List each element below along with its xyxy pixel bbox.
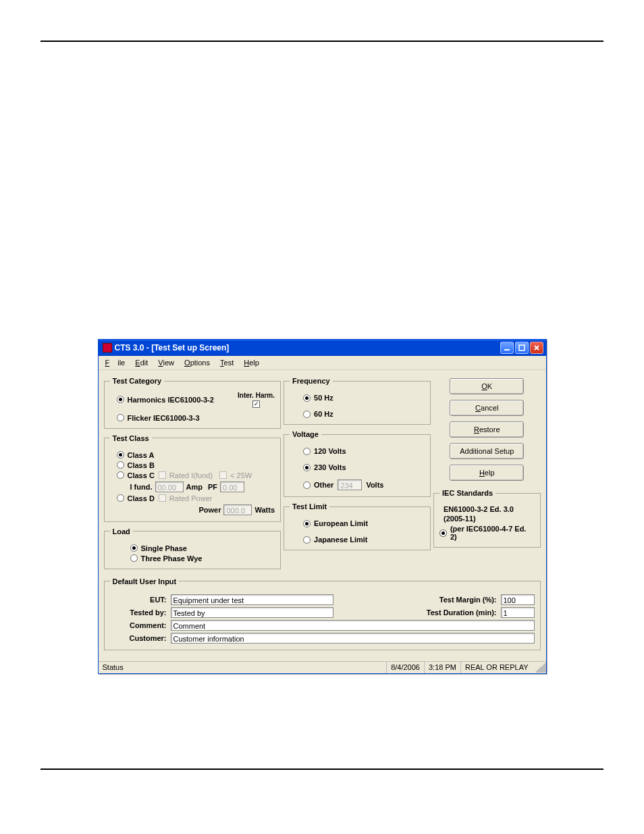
group-test-class: Test Class Class A Class B Class C Rated…: [104, 434, 281, 522]
radio-class-b[interactable]: Class B: [117, 461, 275, 469]
radio-class-d[interactable]: Class D Rated Power: [117, 494, 275, 502]
input-duration[interactable]: 1: [501, 607, 535, 618]
group-iec-standards: IEC Standards EN61000-3-2 Ed. 3.0 (2005-…: [433, 489, 541, 548]
radio-harmonics[interactable]: Harmonics IEC61000-3-2: [117, 396, 214, 404]
radio-230v[interactable]: 230 Volts: [303, 463, 425, 471]
titlebar: CTS 3.0 - [Test Set up Screen]: [99, 340, 546, 356]
group-load: Load Single Phase Three Phase Wye: [104, 527, 281, 569]
cancel-button[interactable]: Cancel: [450, 400, 524, 416]
label-pf: PF: [208, 483, 217, 491]
bottom-rule: [41, 768, 603, 770]
legend-frequency: Frequency: [290, 377, 333, 385]
label-ifund: I fund.: [130, 483, 153, 491]
input-tested-by[interactable]: Tested by: [171, 607, 334, 618]
iec-line1: EN61000-3-2 Ed. 3.0: [439, 504, 535, 513]
radio-class-c[interactable]: Class C Rated I(fund) < 25W: [117, 471, 275, 479]
document-page: CTS 3.0 - [Test Set up Screen] File Edit…: [0, 0, 644, 810]
legend-test-category: Test Category: [110, 377, 165, 385]
check-rated-power: [159, 494, 166, 502]
input-power: 000.0: [223, 504, 252, 515]
label-watts: Watts: [254, 506, 275, 514]
input-ifund: 00.00: [155, 481, 184, 492]
radio-european-limit[interactable]: European Limit: [303, 519, 425, 527]
status-text: Status: [99, 662, 387, 673]
label-tested-by: Tested by:: [110, 608, 171, 617]
app-window: CTS 3.0 - [Test Set up Screen] File Edit…: [98, 339, 547, 674]
label-volts: Volts: [366, 481, 383, 489]
menu-test[interactable]: Test: [216, 357, 238, 368]
check-inter-harm[interactable]: ✓: [252, 400, 260, 408]
app-icon: [103, 343, 112, 353]
input-eut[interactable]: Equipment under test: [171, 594, 334, 605]
check-lt25w: [219, 471, 227, 479]
label-eut: EUT:: [110, 596, 171, 604]
label-comment: Comment:: [110, 621, 171, 629]
resize-grip-icon[interactable]: [535, 662, 546, 673]
input-margin[interactable]: 100: [501, 594, 535, 605]
svg-rect-1: [519, 345, 525, 350]
label-inter-harm: Inter. Harm.: [238, 392, 275, 399]
radio-single-phase[interactable]: Single Phase: [130, 544, 275, 552]
legend-default-user-input: Default User Input: [110, 577, 180, 585]
group-default-user-input: Default User Input EUT: Equipment under …: [104, 577, 541, 650]
group-test-category: Test Category Harmonics IEC61000-3-2 Int…: [104, 377, 281, 429]
menu-file[interactable]: File: [101, 357, 130, 368]
additional-setup-button[interactable]: Additional Setup: [450, 443, 524, 459]
label-duration: Test Duration (min):: [333, 608, 501, 617]
content-gap: [41, 55, 603, 339]
group-voltage: Voltage 120 Volts 230 Volts Other 234 Vo…: [284, 430, 431, 497]
window-title: CTS 3.0 - [Test Set up Screen]: [115, 343, 499, 353]
radio-60hz[interactable]: 60 Hz: [303, 410, 425, 418]
minimize-button[interactable]: [500, 342, 514, 354]
check-rated-i: [159, 471, 166, 479]
menu-edit[interactable]: Edit: [131, 357, 152, 368]
menu-view[interactable]: View: [154, 357, 178, 368]
radio-three-phase-wye[interactable]: Three Phase Wye: [130, 554, 275, 563]
ok-button[interactable]: OK: [450, 378, 524, 394]
iec-line2: (2005-11): [439, 513, 535, 523]
menu-help[interactable]: Help: [240, 357, 263, 368]
radio-other-v[interactable]: Other 234 Volts: [303, 479, 425, 490]
label-margin: Test Margin (%):: [333, 596, 501, 604]
input-comment[interactable]: Comment: [171, 620, 535, 631]
label-customer: Customer:: [110, 634, 171, 642]
radio-flicker[interactable]: Flicker IEC61000-3-3: [117, 414, 275, 422]
legend-test-limit: Test Limit: [290, 502, 329, 511]
legend-iec-standards: IEC Standards: [439, 489, 495, 497]
radio-iec-4-7[interactable]: (per IEC61000-4-7 Ed. 2): [439, 525, 535, 541]
middle-column: Frequency 50 Hz 60 Hz Voltage 120 Volts …: [284, 374, 431, 556]
legend-load: Load: [110, 527, 133, 536]
input-customer[interactable]: Customer information: [171, 633, 535, 644]
menu-options[interactable]: Options: [180, 357, 214, 368]
svg-rect-0: [504, 349, 510, 350]
right-column: OK Cancel Restore Additional Setup Help …: [433, 374, 541, 553]
left-column: Test Category Harmonics IEC61000-3-2 Int…: [104, 374, 281, 575]
group-frequency: Frequency 50 Hz 60 Hz: [284, 377, 431, 425]
group-test-limit: Test Limit European Limit Japanese Limit: [284, 502, 431, 550]
label-power: Power: [198, 506, 221, 514]
help-button[interactable]: Help: [450, 465, 524, 481]
statusbar: Status 8/4/2006 3:18 PM REAL OR REPLAY: [99, 661, 546, 673]
status-mode: REAL OR REPLAY: [460, 662, 533, 673]
input-other-voltage: 234: [338, 479, 362, 490]
radio-class-a[interactable]: Class A: [117, 451, 275, 459]
restore-button[interactable]: Restore: [450, 421, 524, 438]
radio-japanese-limit[interactable]: Japanese Limit: [303, 536, 425, 544]
client-area: Test Category Harmonics IEC61000-3-2 Int…: [99, 370, 546, 661]
input-pf: 0.00: [220, 481, 244, 492]
status-date: 8/4/2006: [386, 662, 424, 673]
legend-voltage: Voltage: [290, 430, 321, 438]
legend-test-class: Test Class: [110, 434, 152, 442]
close-button[interactable]: [530, 342, 543, 354]
label-amp: Amp: [186, 483, 203, 491]
radio-120v[interactable]: 120 Volts: [303, 447, 425, 455]
status-time: 3:18 PM: [424, 662, 460, 673]
top-rule: [41, 41, 603, 42]
menubar: File Edit View Options Test Help: [99, 356, 546, 370]
radio-50hz[interactable]: 50 Hz: [303, 394, 425, 402]
maximize-button[interactable]: [515, 342, 529, 354]
